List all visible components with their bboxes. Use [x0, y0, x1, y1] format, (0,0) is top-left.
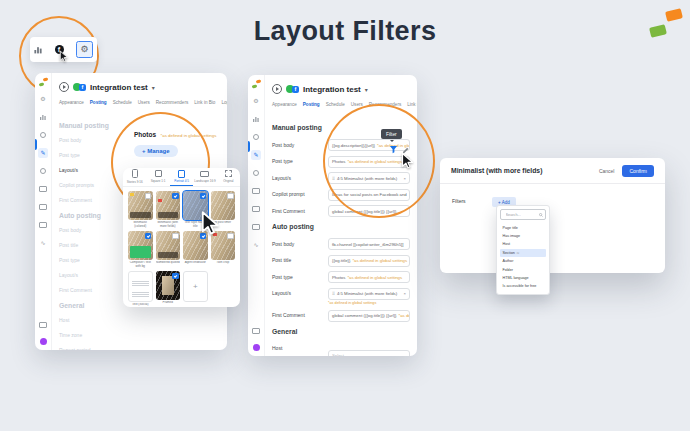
layout-tile[interactable]: Text (Social)	[128, 271, 153, 307]
chevron-down-icon[interactable]: ▾	[152, 84, 155, 91]
ink-drop-icon[interactable]	[251, 168, 261, 178]
search-box	[500, 209, 546, 220]
image-icon[interactable]	[38, 202, 48, 212]
post-body-input[interactable]: fb-channel [[copilot:writer_i6m296h5]]	[328, 238, 410, 250]
field-label: Time zone	[59, 332, 220, 338]
image-icon[interactable]	[38, 184, 48, 194]
post-title-input[interactable]: {{og.title}}*as defined in global settin…	[328, 255, 410, 267]
layout-settings-modal: Minimalist (with more fields) Cancel Con…	[440, 158, 665, 273]
layout-grid: Minimalist (colored) Minimalist (with mo…	[123, 187, 240, 307]
layout-tile[interactable]: Minimalist (colored)	[128, 191, 153, 229]
bar-chart-icon[interactable]	[251, 114, 261, 124]
ink-drop-icon[interactable]	[38, 166, 48, 176]
tab-appearance[interactable]: Appearance	[272, 102, 297, 107]
tab-original[interactable]: Original	[217, 168, 240, 186]
image-icon[interactable]	[251, 222, 261, 232]
confirm-button[interactable]: Confirm	[622, 165, 654, 177]
tab-link-in-bio[interactable]: Link in Bio	[194, 100, 215, 105]
gear-icon[interactable]: ⚙	[251, 96, 261, 106]
layout-tile[interactable]: Composer / text with bg	[128, 231, 153, 269]
tab-link-in-bio[interactable]: Link in Bio	[407, 102, 417, 107]
tab-landscape[interactable]: Landscape 16:9	[193, 168, 216, 186]
tab-appearance[interactable]: Appearance	[59, 100, 84, 105]
layout-tile[interactable]: Framed	[156, 271, 181, 307]
drag-handle-icon[interactable]: ⠿	[332, 291, 335, 296]
checkbox-icon[interactable]	[172, 233, 179, 240]
section-heading: Auto posting	[272, 223, 410, 230]
square-icon	[155, 170, 162, 177]
layout-tile[interactable]: Minimalist (with more fields)	[156, 191, 181, 229]
remove-icon[interactable]: ×	[403, 291, 406, 296]
option-accessible-free[interactable]: Is accessible for free	[500, 282, 546, 290]
signature-icon[interactable]: ∿	[38, 238, 48, 248]
layout-tile[interactable]: Numbered quoted	[156, 231, 181, 269]
option-folder[interactable]: Folder	[500, 265, 546, 273]
image-icon[interactable]	[38, 220, 48, 230]
option-has-image[interactable]: Has image	[500, 232, 546, 240]
plus-icon: +	[193, 282, 198, 291]
media-icon[interactable]	[38, 320, 48, 330]
checkbox-icon[interactable]	[227, 193, 234, 200]
option-host[interactable]: Host	[500, 240, 546, 248]
lightbulb-icon[interactable]	[38, 130, 48, 140]
media-icon[interactable]	[251, 326, 261, 336]
brand-logo-orange-block	[665, 8, 683, 22]
brand-logo	[648, 10, 684, 37]
stories-icon	[132, 169, 138, 178]
search-input[interactable]	[504, 212, 538, 218]
brand-logo-mini	[252, 80, 261, 88]
tab-schedule[interactable]: Schedule	[113, 100, 132, 105]
tab-users[interactable]: Users	[138, 100, 150, 105]
tab-recommenders[interactable]: Recommenders	[156, 100, 188, 105]
tab-logs[interactable]: Logs	[221, 100, 227, 105]
filter-options: Page title Has image Host Sectionⓘ Autho…	[500, 224, 546, 291]
post-type-input[interactable]: Photos*as defined in global settings	[328, 271, 410, 283]
checkbox-icon[interactable]	[227, 233, 234, 240]
checkbox-icon[interactable]	[172, 193, 179, 200]
option-author[interactable]: Author	[500, 257, 546, 265]
avatar[interactable]	[253, 344, 260, 351]
layout-chip[interactable]: ⠿4:5 Minimalist (with more fields)×	[328, 288, 410, 300]
tab-square[interactable]: Square 1:1	[146, 168, 169, 186]
filter-icon[interactable]	[389, 145, 398, 154]
gear-icon[interactable]: ⚙	[38, 94, 48, 104]
signature-icon[interactable]: ∿	[251, 240, 261, 250]
add-layout-tile[interactable]: +	[183, 271, 208, 307]
tab-posting[interactable]: Posting	[303, 102, 320, 107]
landscape-icon	[200, 171, 209, 178]
checkbox-icon[interactable]	[200, 193, 207, 200]
image-icon[interactable]	[251, 204, 261, 214]
option-section[interactable]: Sectionⓘ	[500, 249, 546, 257]
lightbulb-icon[interactable]	[251, 132, 261, 142]
brand-logo-mini	[39, 78, 48, 86]
image-icon[interactable]	[251, 186, 261, 196]
bar-chart-icon[interactable]	[34, 46, 42, 54]
tab-portrait[interactable]: Portrait 4:5	[170, 168, 193, 186]
modal-header: Minimalist (with more fields) Cancel Con…	[440, 158, 665, 184]
annotation-circle-filter	[323, 104, 435, 218]
field-row: Post body fb-channel [[copilot:writer_i6…	[272, 238, 410, 250]
play-icon[interactable]	[59, 82, 69, 92]
checkbox-icon[interactable]	[145, 233, 152, 240]
compose-icon[interactable]: ✎	[38, 148, 48, 158]
avatar[interactable]	[40, 338, 47, 345]
host-select[interactable]	[328, 350, 410, 357]
gear-icon[interactable]: ⚙	[76, 41, 93, 58]
tab-stories[interactable]: Stories 9:16	[123, 168, 146, 186]
chevron-down-icon[interactable]: ▾	[365, 86, 368, 93]
checkbox-icon[interactable]	[172, 273, 179, 280]
cancel-button[interactable]: Cancel	[599, 168, 615, 174]
tab-posting[interactable]: Posting	[90, 100, 107, 105]
tab-schedule[interactable]: Schedule	[326, 102, 345, 107]
option-html-language[interactable]: HTML language	[500, 274, 546, 282]
compose-icon[interactable]: ✎	[251, 150, 261, 160]
project-title[interactable]: Integration test	[90, 83, 148, 92]
layouts-popup: Stories 9:16 Square 1:1 Portrait 4:5 Lan…	[123, 168, 240, 307]
project-title[interactable]: Integration test	[303, 85, 361, 94]
option-page-title[interactable]: Page title	[500, 224, 546, 232]
filters-label: Filters	[452, 197, 492, 204]
play-icon[interactable]	[272, 84, 282, 94]
first-comment-input[interactable]: global comment ({{og.title}}) {{url}}*as…	[328, 310, 410, 322]
checkbox-icon[interactable]	[145, 193, 152, 200]
bar-chart-icon[interactable]	[38, 112, 48, 122]
